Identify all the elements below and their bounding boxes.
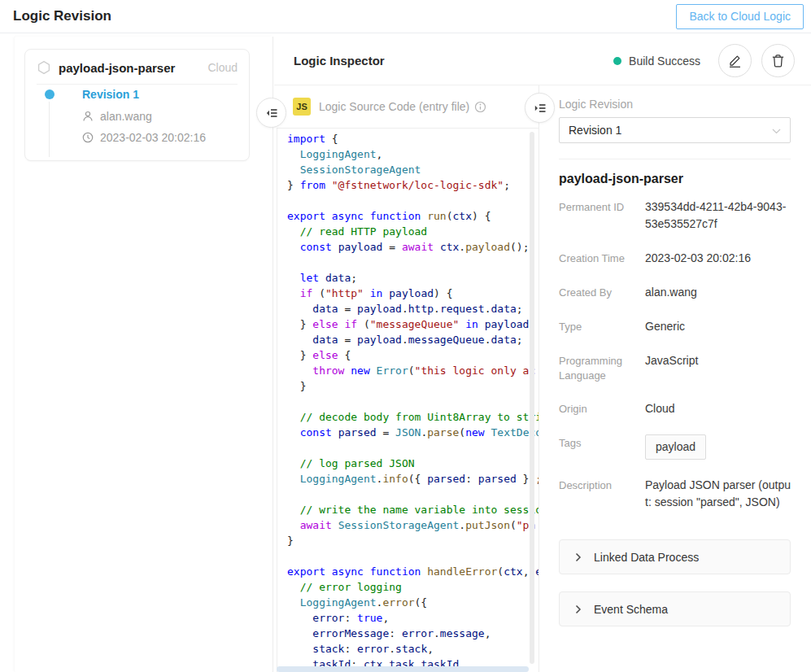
code-line: } else {	[287, 347, 538, 363]
build-status-dot	[613, 57, 621, 65]
revision-card-header: payload-json-parser Cloud	[37, 50, 238, 85]
pencil-icon	[727, 53, 743, 68]
top-bar: Logic Revision Back to Cloud Logic	[0, 0, 811, 33]
code-content: import { LoggingAgent, SessionStorageAge…	[287, 131, 538, 672]
code-header: JS Logic Source Code (entry file)	[274, 85, 538, 128]
code-line	[287, 548, 538, 564]
revision-item[interactable]: Revision 1	[82, 88, 139, 101]
code-line: // error logging	[287, 579, 538, 595]
info-icon[interactable]	[474, 101, 486, 113]
field-value: 339534dd-4211-42b4-9043-53e535527c7f	[645, 199, 791, 233]
code-line: const parsed = JSON.parse(new TextDeco	[287, 425, 538, 440]
code-line	[287, 440, 538, 456]
inspector-header: Logic Inspector Build Success	[274, 37, 811, 85]
field-label: Permanent ID	[559, 199, 637, 233]
panel-divider-right	[538, 85, 539, 672]
code-line: error: true,	[287, 610, 538, 626]
details-pane: Logic Revision Revision 1 payload-json-p…	[539, 85, 811, 672]
field-row: Programming LanguageJavaScript	[559, 352, 791, 383]
field-value: Generic	[645, 318, 791, 335]
edit-button[interactable]	[718, 44, 752, 77]
horizontal-scrollbar[interactable]	[277, 666, 529, 672]
code-line: // log parsed JSON	[287, 456, 538, 471]
back-to-cloud-logic-button[interactable]: Back to Cloud Logic	[676, 4, 804, 29]
collapse-left-panel-button[interactable]	[256, 98, 286, 128]
details-logic-name: payload-json-parser	[559, 172, 683, 186]
code-line: import {	[287, 131, 538, 146]
chevron-right-icon	[575, 604, 582, 614]
field-row: Created Byalan.wang	[559, 284, 791, 301]
panel-divider-left	[273, 37, 273, 672]
revision-list-panel: payload-json-parser Cloud Revision 1 ala…	[15, 37, 273, 672]
code-line: }	[287, 533, 538, 548]
code-line: // read HTTP payload	[287, 224, 538, 239]
field-label: Programming Language	[559, 352, 637, 383]
code-line: LoggingAgent,	[287, 146, 538, 162]
revision-author-row: alan.wang	[82, 110, 152, 123]
field-row: Permanent ID339534dd-4211-42b4-9043-53e5…	[559, 199, 791, 233]
build-status-text: Build Success	[629, 55, 700, 68]
code-editor[interactable]: import { LoggingAgent, SessionStorageAge…	[277, 128, 538, 672]
revision-dot	[45, 89, 55, 99]
logic-revision-page: Logic Revision Back to Cloud Logic paylo…	[0, 0, 811, 672]
field-value: Cloud	[645, 400, 791, 417]
user-icon	[82, 111, 94, 122]
code-line: }	[287, 378, 538, 394]
field-value: payload	[645, 434, 791, 460]
delete-button[interactable]	[761, 44, 795, 77]
code-line: let data;	[287, 270, 538, 286]
code-line: export async function run(ctx) {	[287, 208, 538, 224]
field-label: Origin	[559, 400, 637, 417]
details-sections: Linked Data ProcessEvent Schema	[559, 539, 791, 644]
field-value: Payload JSON parser (output: session "pa…	[645, 477, 791, 511]
code-line: const payload = await ctx.payload();	[287, 239, 538, 255]
details-fields: Permanent ID339534dd-4211-42b4-9043-53e5…	[559, 199, 791, 528]
field-row: Tagspayload	[559, 434, 791, 460]
code-line: data = payload.messageQueue.data;	[287, 332, 538, 347]
chevron-down-icon	[772, 129, 781, 134]
chevron-right-icon	[575, 552, 582, 562]
page-title: Logic Revision	[13, 0, 111, 33]
section-title: Linked Data Process	[594, 551, 699, 564]
revision-select[interactable]: Revision 1	[559, 117, 791, 143]
timeline-tail	[49, 102, 50, 157]
source-code-label: Logic Source Code (entry file)	[319, 100, 469, 113]
code-line	[287, 255, 538, 270]
code-line: errorMessage: error.message,	[287, 626, 538, 641]
code-line: throw new Error("this logic only ac	[287, 363, 538, 378]
code-line: // decode body from Uint8Array to stri	[287, 409, 538, 425]
code-line	[287, 487, 538, 502]
build-status: Build Success	[613, 55, 700, 68]
collapse-section[interactable]: Linked Data Process	[559, 539, 791, 574]
code-line	[287, 193, 538, 208]
menu-fold-icon	[265, 107, 278, 120]
trash-icon	[770, 53, 786, 68]
code-line: LoggingAgent.error({	[287, 595, 538, 610]
code-line: LoggingAgent.info({ parsed: parsed });	[287, 471, 538, 487]
details-divider	[559, 159, 791, 159]
code-line: // write the name variable into sessio	[287, 502, 538, 517]
revision-timeline: Revision 1 alan.wang 2023-02-03 20:02:16	[25, 85, 249, 163]
collapse-section[interactable]: Event Schema	[559, 591, 791, 626]
vertical-scrollbar[interactable]	[530, 132, 534, 664]
tag-chip: payload	[645, 434, 706, 460]
code-line: stack: error.stack,	[287, 641, 538, 657]
field-value: JavaScript	[645, 352, 791, 383]
code-pane: JS Logic Source Code (entry file) import…	[274, 85, 538, 672]
field-row: DescriptionPayload JSON parser (output: …	[559, 477, 791, 511]
code-line: data = payload.http.request.data;	[287, 301, 538, 316]
inspector-title: Logic Inspector	[294, 54, 385, 68]
section-title: Event Schema	[594, 603, 668, 616]
logic-name: payload-json-parser	[59, 61, 200, 75]
code-line: } else if ("messageQueue" in payload)	[287, 316, 538, 332]
field-label: Description	[559, 477, 637, 511]
field-row: TypeGeneric	[559, 318, 791, 335]
collapse-details-panel-button[interactable]	[525, 93, 555, 123]
code-line: } from "@fstnetwork/loc-logic-sdk";	[287, 177, 538, 193]
code-line: SessionStorageAgent	[287, 162, 538, 177]
hexagon-icon	[37, 60, 51, 75]
code-line	[287, 394, 538, 409]
logic-revision-card[interactable]: payload-json-parser Cloud Revision 1 ala…	[24, 49, 250, 161]
field-row: OriginCloud	[559, 400, 791, 417]
origin-label: Cloud	[207, 61, 238, 74]
